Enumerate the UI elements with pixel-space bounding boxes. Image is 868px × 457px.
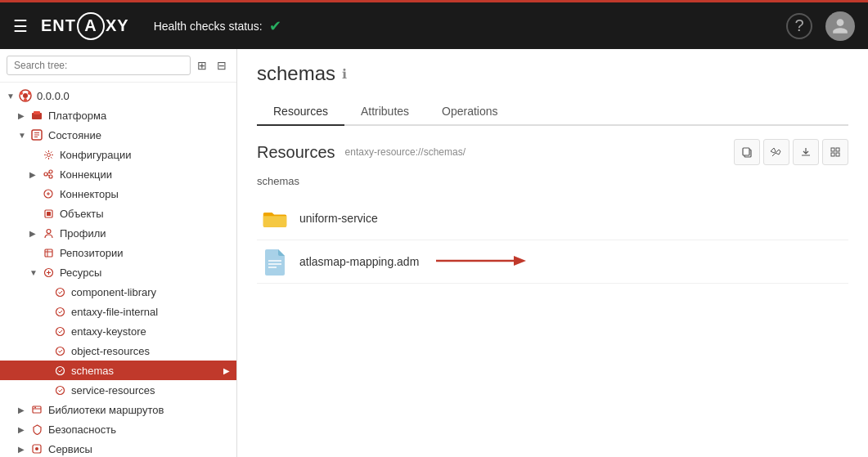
entaxy-keystore-label: entaxy-keystore: [71, 325, 146, 338]
platform-icon: [29, 108, 44, 123]
sidebar-item-object-resources[interactable]: object-resources: [0, 341, 236, 361]
logo-text-after: XY: [106, 16, 129, 35]
svg-point-17: [47, 229, 51, 233]
tab-attributes[interactable]: Attributes: [344, 98, 425, 126]
grid-icon: [830, 146, 841, 158]
root-label: 0.0.0.0: [37, 90, 70, 102]
svg-rect-33: [743, 148, 749, 155]
svg-point-25: [56, 347, 64, 355]
sidebar-item-route-libraries[interactable]: ▶ Библиотеки маршрутов: [0, 400, 236, 419]
sidebar-item-connectors[interactable]: Коннекторы: [0, 184, 236, 204]
health-ok-icon: ✔: [269, 17, 281, 35]
content-area: schemas ℹ Resources Attributes Operation…: [237, 49, 868, 457]
sidebar-item-platform[interactable]: ▶ Платформа: [0, 105, 236, 125]
sidebar-item-resources[interactable]: ▼ Ресурсы: [0, 262, 236, 282]
svg-rect-36: [831, 153, 834, 156]
sidebar-item-entaxy-keystore[interactable]: entaxy-keystore: [0, 321, 236, 341]
expand-all-icon[interactable]: ⊞: [194, 57, 210, 74]
repos-label: Репозитории: [60, 247, 123, 259]
svg-rect-18: [45, 249, 52, 257]
chevron-down-icon: ▼: [7, 92, 18, 101]
sidebar-item-root[interactable]: ▼ 0.0.0.0: [0, 86, 236, 105]
service-resources-label: service-resources: [71, 384, 155, 397]
chevron-down-icon: ▼: [18, 131, 29, 140]
file-name-atlasmap: atlasmap-mapping.adm: [299, 255, 419, 268]
sidebar-item-service-resources[interactable]: service-resources: [0, 380, 236, 400]
file-list: uniform-service atlasmap-mapping.adm: [257, 197, 848, 284]
sidebar-search-bar: ⊞ ⊟: [0, 49, 236, 83]
avatar-icon: [831, 17, 849, 35]
svg-marker-42: [514, 256, 526, 266]
tab-operations[interactable]: Operations: [425, 98, 514, 126]
sidebar-item-configs[interactable]: Конфигурации: [0, 145, 236, 164]
sidebar-item-state[interactable]: ▼ Состояние: [0, 125, 236, 145]
services-label: Сервисы: [48, 443, 92, 455]
info-icon[interactable]: ℹ: [342, 66, 347, 82]
hamburger-menu-icon[interactable]: ☰: [13, 16, 28, 36]
download-button[interactable]: [793, 139, 819, 165]
svg-rect-28: [33, 406, 41, 413]
collapse-all-icon[interactable]: ⊟: [214, 57, 230, 74]
resources-title-row: Resources entaxy-resource://schemas/: [257, 143, 465, 162]
svg-point-10: [49, 170, 52, 173]
file-icon: [260, 247, 290, 276]
svg-point-24: [56, 327, 64, 335]
grid-view-button[interactable]: [822, 139, 848, 165]
resources-icon: [41, 265, 56, 280]
breadcrumb: schemas: [257, 175, 848, 187]
objects-label: Объекты: [60, 208, 104, 220]
help-icon[interactable]: ?: [786, 13, 812, 39]
connections-icon: [41, 167, 56, 181]
file-svg: [263, 248, 286, 276]
services-icon: [29, 441, 44, 456]
resource-item-icon: [52, 383, 67, 397]
resource-item-icon: [52, 285, 67, 299]
svg-point-22: [56, 288, 64, 296]
sidebar-item-repos[interactable]: Репозитории: [0, 243, 236, 262]
download-icon: [800, 146, 812, 158]
file-item-uniform-service[interactable]: uniform-service: [257, 197, 848, 240]
tab-resources[interactable]: Resources: [257, 98, 344, 126]
state-icon: [29, 128, 44, 142]
sidebar-item-component-library[interactable]: component-library: [0, 282, 236, 302]
object-resources-label: object-resources: [71, 345, 150, 357]
profiles-label: Профили: [60, 227, 106, 240]
red-arrow-svg: [432, 251, 530, 271]
svg-rect-37: [836, 153, 839, 156]
security-icon: [29, 422, 44, 437]
svg-rect-6: [34, 111, 40, 114]
chevron-right-icon: ▶: [29, 229, 41, 238]
scissors-icon: [771, 146, 782, 158]
user-avatar[interactable]: [825, 11, 855, 41]
svg-point-23: [56, 307, 64, 316]
svg-rect-16: [47, 212, 51, 216]
resources-section-title: Resources: [257, 143, 335, 162]
svg-point-11: [49, 175, 52, 178]
sidebar-item-schemas[interactable]: schemas ▶: [0, 361, 236, 380]
sidebar-item-connections[interactable]: ▶ Коннекции: [0, 164, 236, 184]
svg-point-4: [24, 98, 27, 101]
svg-point-29: [34, 407, 36, 409]
edit-button[interactable]: [763, 139, 789, 165]
sidebar-item-security[interactable]: ▶ Безопасность: [0, 419, 236, 439]
page-title: schemas: [257, 62, 335, 85]
copy-button[interactable]: [734, 139, 760, 165]
logo-text-before: ENT: [41, 16, 76, 35]
sidebar-item-services[interactable]: ▶ Сервисы: [0, 439, 236, 457]
chevron-down-icon: ▼: [29, 268, 41, 277]
navbar: ☰ ENT A XY Health checks status: ✔ ?: [0, 0, 868, 49]
svg-point-27: [56, 386, 64, 394]
svg-point-26: [56, 366, 64, 374]
file-row-atlasmap: atlasmap-mapping.adm: [299, 251, 530, 273]
sidebar-item-profiles[interactable]: ▶ Профили: [0, 223, 236, 243]
chevron-right-icon: ▶: [18, 445, 29, 454]
sidebar-item-objects[interactable]: Объекты: [0, 204, 236, 223]
main-layout: ⊞ ⊟ ▼ 0.0.0.0 ▶ Платформа ▼: [0, 49, 868, 457]
svg-point-31: [35, 447, 38, 450]
sidebar-item-entaxy-file-internal[interactable]: entaxy-file-internal: [0, 302, 236, 321]
folder-icon: [260, 204, 290, 233]
search-input[interactable]: [7, 56, 191, 75]
platform-label: Платформа: [48, 110, 106, 122]
file-item-atlasmap-mapping[interactable]: atlasmap-mapping.adm: [257, 240, 848, 284]
logo-circle-letter: A: [84, 16, 97, 35]
